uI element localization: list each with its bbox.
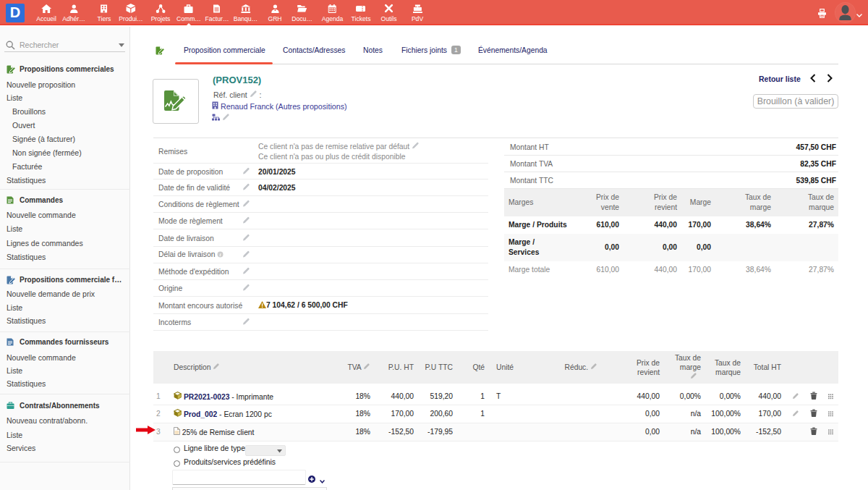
svg-text:i: i <box>220 252 221 258</box>
